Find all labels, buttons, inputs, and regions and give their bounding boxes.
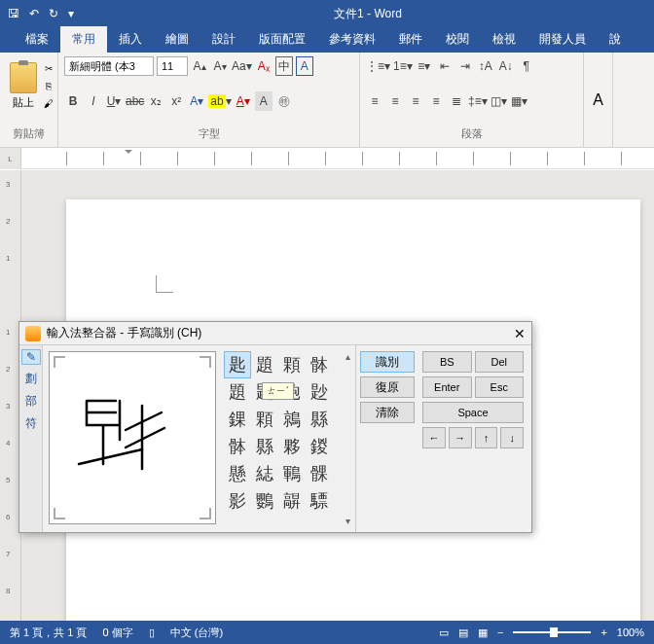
tab-校閱[interactable]: 校閱 xyxy=(434,26,481,53)
bold-button[interactable]: B xyxy=(64,91,82,111)
candidate-char[interactable]: 錁 xyxy=(224,406,251,433)
backspace-key[interactable]: BS xyxy=(422,351,472,373)
shrink-font-button[interactable]: A▾ xyxy=(211,56,229,76)
enclose-char-button[interactable]: ㊕ xyxy=(275,91,293,111)
justify-button[interactable]: ≡ xyxy=(427,91,445,111)
undo-icon[interactable]: ↶ xyxy=(29,7,39,20)
horizontal-ruler[interactable] xyxy=(66,152,654,165)
candidate-char[interactable]: 顆 xyxy=(251,406,278,433)
candidate-char[interactable]: 影 xyxy=(224,487,251,515)
tab-檔案[interactable]: 檔案 xyxy=(14,26,60,53)
redo-icon[interactable]: ↻ xyxy=(49,7,58,20)
font-color-button[interactable]: A▾ xyxy=(235,91,252,111)
arrow-up-key[interactable]: ↑ xyxy=(475,427,498,448)
font-name-combo[interactable]: 新細明體 (本3 xyxy=(64,56,154,76)
scroll-up-icon[interactable]: ▴ xyxy=(345,351,350,362)
tab-插入[interactable]: 插入 xyxy=(107,26,154,53)
ime-mode-handwriting[interactable]: ✎ xyxy=(21,349,41,365)
delete-key[interactable]: Del xyxy=(475,351,525,373)
candidate-char[interactable]: 髁 xyxy=(306,460,333,487)
zoom-level[interactable]: 100% xyxy=(617,626,644,638)
candidate-char[interactable]: 縣 xyxy=(306,406,333,433)
enter-key[interactable]: Enter xyxy=(422,376,472,398)
tab-版面配置[interactable]: 版面配置 xyxy=(247,26,317,53)
tab-參考資料[interactable]: 參考資料 xyxy=(317,26,387,53)
candidate-char[interactable]: 顆 xyxy=(278,351,306,378)
align-center-button[interactable]: ≡ xyxy=(386,91,404,111)
cut-icon[interactable]: ✂ xyxy=(41,60,56,76)
show-marks-button[interactable]: ¶ xyxy=(518,56,535,76)
candidate-char[interactable]: 鶤 xyxy=(278,460,306,487)
ltr-button[interactable]: ↕A xyxy=(477,56,494,76)
status-page[interactable]: 第 1 頁，共 1 頁 xyxy=(10,626,87,640)
increase-indent-button[interactable]: ⇥ xyxy=(456,56,474,76)
tab-開發人員[interactable]: 開發人員 xyxy=(527,26,598,53)
candidate-char[interactable]: 縣 xyxy=(251,433,278,460)
distribute-button[interactable]: ≣ xyxy=(448,91,465,111)
candidate-char[interactable]: 匙 xyxy=(224,351,251,378)
view-read-icon[interactable]: ▭ xyxy=(439,626,449,639)
undo-button[interactable]: 復原 xyxy=(360,376,415,398)
italic-button[interactable]: I xyxy=(85,91,102,111)
candidate-char[interactable]: 骵 xyxy=(306,351,333,378)
char-border-button[interactable]: A xyxy=(296,56,313,76)
scroll-down-icon[interactable]: ▾ xyxy=(345,516,350,526)
char-shading-button[interactable]: A xyxy=(255,91,272,111)
candidate-char[interactable]: 鍐 xyxy=(306,433,333,460)
candidate-char[interactable]: 髜 xyxy=(278,487,306,515)
borders-button[interactable]: ▦▾ xyxy=(511,91,528,111)
line-spacing-button[interactable]: ‡≡▾ xyxy=(468,91,488,111)
arrow-down-key[interactable]: ↓ xyxy=(500,427,524,448)
sort-button[interactable]: A↓ xyxy=(497,56,515,76)
paste-button[interactable]: 貼上 xyxy=(6,56,41,115)
copy-icon[interactable]: ⎘ xyxy=(41,78,56,93)
candidate-char[interactable]: 夥 xyxy=(278,433,306,460)
format-painter-icon[interactable]: 🖌 xyxy=(41,95,56,111)
space-key[interactable]: Space xyxy=(422,402,524,423)
arrow-left-key[interactable]: ← xyxy=(422,427,446,448)
candidate-char[interactable]: 題 xyxy=(251,351,278,378)
text-effects-button[interactable]: A▾ xyxy=(188,91,205,111)
ime-mode-symbol[interactable]: 符 xyxy=(25,415,37,432)
zoom-slider[interactable] xyxy=(513,631,591,633)
phonetic-button[interactable]: 中 xyxy=(275,56,293,76)
zoom-out-icon[interactable]: − xyxy=(497,626,503,638)
strikethrough-button[interactable]: abc xyxy=(126,91,144,111)
candidate-char[interactable]: 尟 xyxy=(306,378,333,406)
align-left-button[interactable]: ≡ xyxy=(366,91,383,111)
tab-常用[interactable]: 常用 xyxy=(60,26,107,53)
subscript-button[interactable]: x₂ xyxy=(147,91,164,111)
view-web-icon[interactable]: ▦ xyxy=(478,626,488,639)
candidate-char[interactable]: 驃 xyxy=(306,487,333,515)
font-size-combo[interactable]: 11 xyxy=(157,56,188,76)
qat-dropdown-icon[interactable]: ▾ xyxy=(68,7,74,20)
change-case-button[interactable]: Aa▾ xyxy=(232,56,252,76)
tab-說[interactable]: 說 xyxy=(598,26,633,53)
underline-button[interactable]: U▾ xyxy=(105,91,123,111)
shading-button[interactable]: ◫▾ xyxy=(490,91,508,111)
ime-mode-strokes[interactable]: 劃 xyxy=(25,371,37,387)
highlight-button[interactable]: ab▾ xyxy=(208,91,231,111)
bullets-button[interactable]: ⋮≡▾ xyxy=(366,56,390,76)
candidate-char[interactable]: 懸 xyxy=(224,460,251,487)
candidate-char[interactable]: 綕 xyxy=(251,460,278,487)
view-print-icon[interactable]: ▤ xyxy=(458,626,468,639)
candidate-char[interactable]: 骵 xyxy=(224,433,251,460)
candidate-char[interactable]: 鶁 xyxy=(278,406,306,433)
multilevel-button[interactable]: ≡▾ xyxy=(416,56,433,76)
tab-設計[interactable]: 設計 xyxy=(200,26,247,53)
close-icon[interactable]: ✕ xyxy=(514,326,526,341)
zoom-in-icon[interactable]: + xyxy=(600,626,606,638)
status-language[interactable]: 中文 (台灣) xyxy=(170,626,223,640)
candidate-char[interactable]: 題 xyxy=(224,378,251,406)
tab-郵件[interactable]: 郵件 xyxy=(387,26,434,53)
numbering-button[interactable]: 1≡▾ xyxy=(393,56,413,76)
clear-format-button[interactable]: Aᵪ xyxy=(255,56,272,76)
align-right-button[interactable]: ≡ xyxy=(407,91,424,111)
status-wordcount[interactable]: 0 個字 xyxy=(102,626,132,640)
ime-mode-radical[interactable]: 部 xyxy=(25,393,37,410)
escape-key[interactable]: Esc xyxy=(475,376,525,398)
tab-檢視[interactable]: 檢視 xyxy=(481,26,527,53)
grow-font-button[interactable]: A▴ xyxy=(191,56,208,76)
arrow-right-key[interactable]: → xyxy=(449,427,472,448)
